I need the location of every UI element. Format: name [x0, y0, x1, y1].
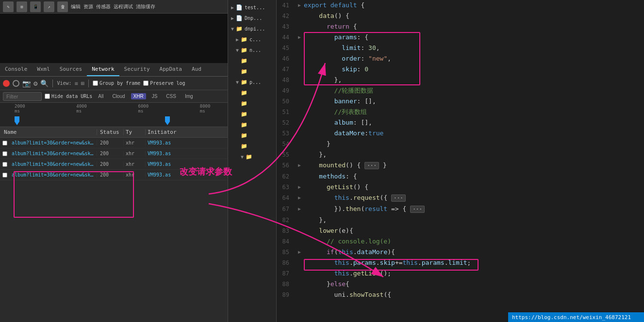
code-line-64: 64 ▶ this.request({ ···	[277, 193, 644, 204]
hide-data-urls-checkbox[interactable]	[45, 94, 50, 99]
folder-icon-sub9: 📁	[246, 154, 252, 160]
remote-icon[interactable]: ↗	[44, 1, 54, 12]
url-text: https://blog.csdn.net/weixin_46872121	[512, 314, 631, 321]
tree-item-dnpi[interactable]: ▼ 📁 dnpi...	[228, 23, 276, 34]
code-line-47: 47 skip: 0	[277, 64, 644, 75]
tree-subitem-2[interactable]: 📁	[228, 66, 276, 77]
tree-subitem-4[interactable]: 📁	[228, 98, 276, 109]
tab-network[interactable]: Network	[87, 63, 119, 76]
code-line-42: 42 data() {	[277, 11, 644, 21]
folder-icon-sub7: 📁	[241, 132, 248, 139]
edit-icon[interactable]: ✎	[3, 1, 14, 12]
tab-wxml[interactable]: Wxml	[32, 63, 55, 76]
code-lines: 41 ▶ export default { 42 data() { 43 ret…	[277, 0, 644, 300]
tree-item-dnp[interactable]: ▶ 📄 Dnp...	[228, 13, 276, 23]
col-status[interactable]: Status	[97, 129, 124, 135]
row-init-3: VM993.as	[146, 161, 228, 167]
table-row[interactable]: album?limit=30&order=new&skip=120 200 xh…	[0, 170, 228, 180]
timeline-bar: 2000 ms 4000 ms 6000 ms 8000 ms	[0, 103, 228, 127]
tree-item-test[interactable]: ▶ 📄 test...	[228, 2, 276, 13]
tree-subitem-3[interactable]: 📁	[228, 87, 276, 98]
code-line-51: 51 //列表数组	[277, 107, 644, 117]
toolbar-label-remote: 远程调试	[114, 3, 133, 10]
table-row[interactable]: album?limit=30&order=new&skip=60 200 xhr…	[0, 148, 228, 159]
list-icon[interactable]: ≡	[75, 80, 78, 87]
tree-label-dnpi: dnpi...	[245, 26, 265, 32]
folder-icon-sub4: 📁	[241, 100, 248, 107]
col-initiator[interactable]: Initiator	[146, 129, 228, 135]
resource-icon[interactable]: ⊞	[17, 1, 27, 12]
group-by-frame-checkbox[interactable]	[93, 80, 98, 86]
folder-icon-c: 📁	[241, 36, 248, 43]
tree-item-c[interactable]: ▶ 📁 c...	[228, 34, 276, 45]
code-line-88: 88 }else{	[277, 279, 644, 290]
separator	[52, 80, 53, 87]
chevron-right-icon-c: ▶	[236, 37, 239, 42]
filter-img[interactable]: Img	[182, 93, 196, 99]
row-check-4[interactable]	[2, 173, 7, 177]
row-check-2[interactable]	[2, 151, 7, 156]
row-type-2: xhr	[124, 151, 146, 156]
filter-cloud[interactable]: Cloud	[109, 93, 128, 99]
table-row[interactable]: album?limit=30&order=new&skip=30 200 xhr…	[0, 138, 228, 148]
col-name[interactable]: Name	[0, 129, 97, 135]
row-name-3: album?limit=30&order=new&skip=90	[10, 161, 97, 167]
row-status-2: 200	[97, 151, 124, 156]
stop-button[interactable]	[13, 80, 19, 87]
tab-aud[interactable]: Aud	[187, 63, 206, 76]
table-row[interactable]: album?limit=30&order=new&skip=90 200 xhr…	[0, 159, 228, 170]
tree-subitem-7[interactable]: 📁	[228, 130, 276, 141]
filter-css[interactable]: CSS	[163, 93, 179, 99]
code-line-50: 50 banner: [],	[277, 96, 644, 107]
tree-subitem-6[interactable]: 📁	[228, 119, 276, 130]
filter-icon[interactable]: ⚙	[33, 80, 37, 87]
view-label: View:	[57, 80, 71, 86]
grid-icon[interactable]: ⊞	[81, 80, 84, 87]
row-check-1[interactable]	[2, 141, 7, 145]
folder-icon-n: 📁	[241, 47, 248, 53]
preserve-log-label[interactable]: Preserve log	[143, 80, 185, 86]
code-line-86: 86 this.params.skip+=this.params.limit;	[277, 258, 644, 268]
sensor-icon[interactable]: 📱	[30, 1, 41, 12]
tree-item-p[interactable]: ▼ 📁 p...	[228, 77, 276, 87]
folder-icon-sub6: 📁	[241, 122, 248, 128]
filter-input[interactable]	[3, 92, 42, 101]
col-type[interactable]: Ty	[124, 129, 146, 135]
row-checkbox-3	[0, 162, 10, 167]
code-line-82: 82 },	[277, 215, 644, 225]
row-checkbox-2	[0, 151, 10, 156]
devtools-top-area: ✎ ⊞ 📱 ↗ 🗑 编辑 资源 传感器 远程调试 清除缓存	[0, 0, 228, 63]
file-icon-dnp: 📄	[236, 15, 243, 21]
tree-subitem-5[interactable]: 📁	[228, 109, 276, 119]
code-content: 41 ▶ export default { 42 data() { 43 ret…	[277, 0, 644, 322]
tree-subitem-8[interactable]: 📁	[228, 141, 276, 151]
filter-bar: Hide data URLs All Cloud XHR JS CSS Img	[0, 90, 228, 103]
hide-data-urls-label[interactable]: Hide data URLs	[45, 94, 92, 99]
tab-appdata[interactable]: AppData	[155, 63, 187, 76]
network-rows: album?limit=30&order=new&skip=30 200 xhr…	[0, 138, 228, 322]
chevron-down-icon-n: ▼	[236, 48, 239, 53]
separator2	[88, 80, 89, 87]
devtools-panel: ✎ ⊞ 📱 ↗ 🗑 编辑 资源 传感器 远程调试 清除缓存 Console Wx…	[0, 0, 228, 322]
filter-all[interactable]: All	[95, 93, 106, 99]
filter-js[interactable]: JS	[149, 93, 161, 99]
row-check-3[interactable]	[2, 162, 7, 167]
tree-label-c: c...	[249, 37, 261, 42]
clear-icon[interactable]: 🗑	[57, 1, 68, 12]
tree-subitem-1[interactable]: 📁	[228, 55, 276, 66]
record-button[interactable]	[3, 80, 10, 87]
tree-item-n[interactable]: ▼ 📁 n...	[228, 45, 276, 55]
tree-label-dnp: Dnp...	[245, 16, 262, 21]
timeline-marker-1	[15, 116, 19, 125]
tab-console[interactable]: Console	[0, 63, 32, 76]
preserve-log-checkbox[interactable]	[143, 80, 149, 86]
filter-xhr[interactable]: XHR	[131, 93, 146, 99]
network-toolbar: 📷 ⚙ 🔍 View: ≡ ⊞ Group by frame Preserve …	[0, 77, 228, 90]
tree-subitem-9[interactable]: ▼ 📁	[228, 151, 276, 162]
camera-icon[interactable]: 📷	[22, 80, 31, 87]
tab-sources[interactable]: Sources	[55, 63, 87, 76]
file-tree-panel: ▶ 📄 test... ▶ 📄 Dnp... ▼ 📁 dnpi... ▶ 📁 c…	[228, 0, 277, 322]
group-by-frame-label[interactable]: Group by frame	[93, 80, 140, 86]
tab-security[interactable]: Security	[119, 63, 155, 76]
search-icon[interactable]: 🔍	[40, 80, 49, 87]
